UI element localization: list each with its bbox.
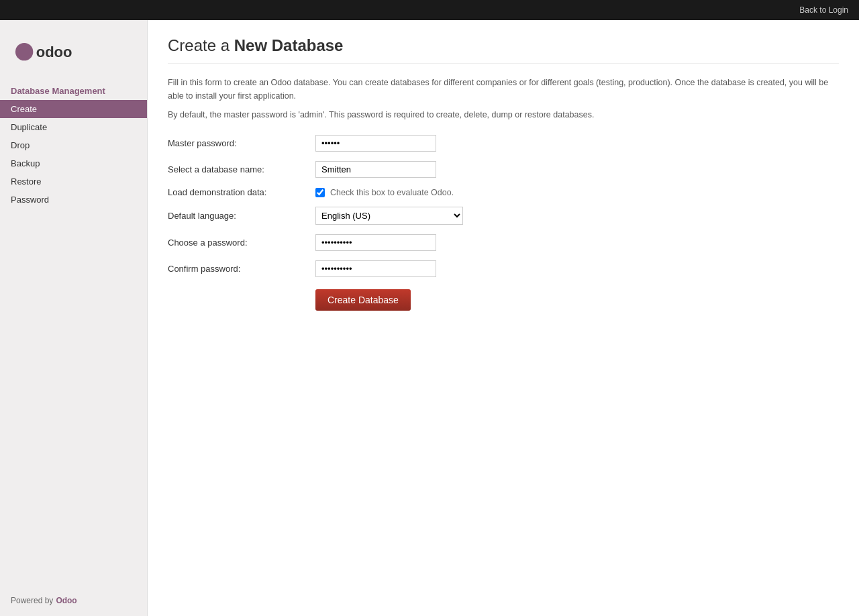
sidebar-footer: Powered by Odoo (0, 589, 147, 616)
demo-checkbox-container: Check this box to evaluate Odoo. (315, 188, 454, 197)
sidebar-item-create[interactable]: Create (0, 100, 147, 118)
sidebar-title: Database Management (0, 81, 147, 100)
create-database-button[interactable]: Create Database (315, 289, 411, 311)
language-select[interactable]: English (US) French (FR) German (DE) Spa… (315, 207, 463, 225)
sidebar-item-restore[interactable]: Restore (0, 172, 147, 191)
sidebar-item-drop[interactable]: Drop (0, 136, 147, 154)
info-text-1: Fill in this form to create an Odoo data… (168, 76, 839, 103)
back-to-login-link[interactable]: Back to Login (799, 5, 848, 15)
odoo-logo: odoo (13, 37, 134, 67)
page-title: Create a New Database (168, 36, 839, 64)
info-text-2: By default, the master password is 'admi… (168, 108, 839, 121)
svg-text:odoo: odoo (36, 44, 72, 60)
choose-password-input[interactable] (315, 234, 436, 251)
sidebar: odoo Database Management Create Duplicat… (0, 20, 148, 616)
logo-area: odoo (0, 27, 147, 81)
submit-row: Create Database (168, 287, 839, 311)
sidebar-item-backup[interactable]: Backup (0, 154, 147, 172)
page-title-prefix: Create a (168, 36, 234, 54)
odoo-logo-svg: odoo (13, 37, 87, 67)
odoo-brand-link[interactable]: Odoo (56, 596, 77, 605)
main-content: Create a New Database Fill in this form … (148, 20, 859, 616)
confirm-password-row: Confirm password: (168, 260, 839, 277)
demo-data-row: Load demonstration data: Check this box … (168, 187, 839, 197)
powered-by-text: Powered by (11, 596, 53, 605)
confirm-password-label: Confirm password: (168, 264, 315, 274)
demo-data-label: Load demonstration data: (168, 187, 315, 197)
svg-point-0 (15, 43, 33, 60)
default-language-row: Default language: English (US) French (F… (168, 207, 839, 225)
master-password-label: Master password: (168, 138, 315, 148)
topbar: Back to Login (0, 0, 859, 20)
db-name-label: Select a database name: (168, 164, 315, 174)
demo-data-checkbox[interactable] (315, 188, 325, 197)
master-password-input[interactable] (315, 135, 436, 152)
master-password-row: Master password: (168, 135, 839, 152)
create-db-form: Master password: Select a database name:… (168, 135, 839, 311)
choose-password-label: Choose a password: (168, 238, 315, 248)
sidebar-item-password[interactable]: Password (0, 191, 147, 209)
db-name-row: Select a database name: (168, 161, 839, 178)
db-name-input[interactable] (315, 161, 436, 178)
default-language-label: Default language: (168, 211, 315, 221)
sidebar-item-duplicate[interactable]: Duplicate (0, 118, 147, 136)
page-title-bold: New Database (234, 36, 344, 54)
demo-data-hint: Check this box to evaluate Odoo. (330, 188, 454, 197)
choose-password-row: Choose a password: (168, 234, 839, 251)
confirm-password-input[interactable] (315, 260, 436, 277)
